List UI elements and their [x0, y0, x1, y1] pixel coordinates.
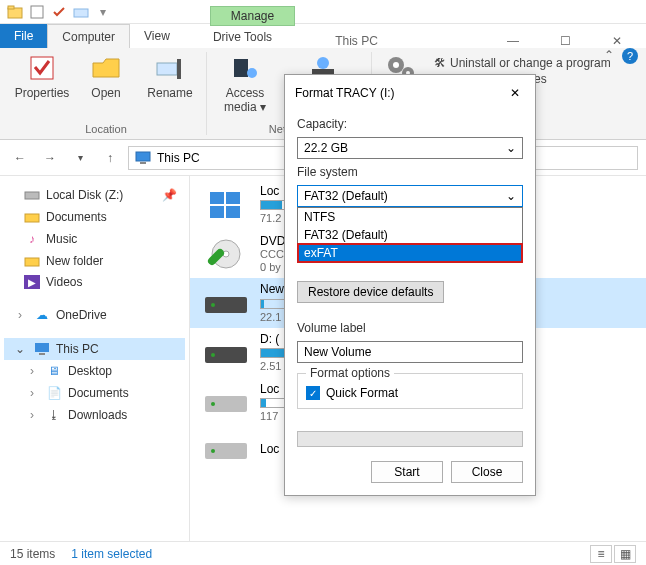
- ribbon-access-media[interactable]: Access media ▾: [215, 52, 275, 114]
- chevron-right-icon: ›: [24, 363, 40, 379]
- svg-rect-18: [25, 214, 39, 222]
- capacity-label: Capacity:: [297, 117, 523, 131]
- svg-rect-1: [8, 6, 14, 9]
- nav-history-dropdown[interactable]: ▾: [68, 146, 92, 170]
- properties-icon: [26, 52, 58, 84]
- dialog-title: Format TRACY (I:): [295, 86, 505, 100]
- sidebar-item-label: Downloads: [68, 408, 127, 422]
- sidebar-this-pc[interactable]: ⌄ This PC: [4, 338, 185, 360]
- qat-item[interactable]: [28, 3, 46, 21]
- quick-format-label: Quick Format: [326, 386, 398, 400]
- sidebar-item-documents[interactable]: Documents: [4, 206, 185, 228]
- qat-dropdown[interactable]: ▾: [94, 3, 112, 21]
- videos-icon: ▶: [24, 275, 40, 289]
- sidebar-documents-2[interactable]: › 📄 Documents: [4, 382, 185, 404]
- sidebar-item-label: Music: [46, 232, 77, 246]
- ribbon-open[interactable]: Open: [78, 52, 134, 100]
- drive-icon: [24, 187, 40, 203]
- music-icon: ♪: [24, 231, 40, 247]
- drive-icon: [202, 335, 250, 371]
- svg-rect-22: [210, 192, 224, 204]
- dvd-icon: [202, 236, 250, 272]
- format-options-legend: Format options: [306, 366, 394, 380]
- dialog-close-button[interactable]: ✕: [505, 83, 525, 103]
- ribbon-label: Rename: [147, 86, 192, 100]
- nav-forward[interactable]: →: [38, 146, 62, 170]
- check-icon: ✓: [306, 386, 320, 400]
- tab-computer[interactable]: Computer: [47, 24, 130, 48]
- format-options-group: Format options ✓ Quick Format: [297, 373, 523, 409]
- sidebar-item-label: This PC: [56, 342, 99, 356]
- drive-icon: [202, 431, 250, 467]
- restore-defaults-button[interactable]: Restore device defaults: [297, 281, 444, 303]
- help-icon[interactable]: ?: [622, 48, 638, 64]
- item-name: DVD: [260, 234, 285, 248]
- svg-rect-20: [35, 343, 49, 352]
- drive-icon: [202, 384, 250, 420]
- volume-label-label: Volume label: [297, 321, 523, 335]
- nav-up[interactable]: ↑: [98, 146, 122, 170]
- rename-icon: [154, 52, 186, 84]
- sidebar-item-label: Videos: [46, 275, 82, 289]
- chevron-right-icon: ›: [24, 407, 40, 423]
- sidebar-onedrive[interactable]: › ☁ OneDrive: [4, 304, 185, 326]
- close-button[interactable]: Close: [451, 461, 523, 483]
- item-sub2: 0 by: [260, 261, 285, 274]
- qat-folder[interactable]: [72, 3, 90, 21]
- fs-option-ntfs[interactable]: NTFS: [298, 208, 522, 226]
- qat-checked[interactable]: [50, 3, 68, 21]
- pc-icon: [34, 341, 50, 357]
- svg-point-29: [211, 303, 215, 307]
- nav-back[interactable]: ←: [8, 146, 32, 170]
- volume-label-input[interactable]: New Volume: [297, 341, 523, 363]
- item-name: Loc: [260, 442, 279, 456]
- tab-file[interactable]: File: [0, 24, 47, 48]
- svg-rect-19: [25, 258, 39, 266]
- filesystem-dropdown: NTFS FAT32 (Default) exFAT: [297, 207, 523, 263]
- ribbon-group-label: Location: [85, 123, 127, 135]
- view-large-button[interactable]: ▦: [614, 545, 636, 563]
- chevron-down-icon: ⌄: [506, 189, 516, 203]
- explorer-icon: [6, 3, 24, 21]
- sidebar-item-label: OneDrive: [56, 308, 107, 322]
- sidebar-item-local-disk[interactable]: Local Disk (Z:) 📌: [4, 184, 185, 206]
- breadcrumb[interactable]: This PC: [157, 151, 200, 165]
- view-details-button[interactable]: ≡: [590, 545, 612, 563]
- svg-rect-15: [136, 152, 150, 161]
- status-count: 15 items: [10, 547, 55, 561]
- sidebar-downloads[interactable]: › ⭳ Downloads: [4, 404, 185, 426]
- filesystem-label: File system: [297, 165, 523, 179]
- media-icon: [229, 52, 261, 84]
- sidebar-item-label: Documents: [68, 386, 129, 400]
- ribbon-rename[interactable]: Rename: [142, 52, 198, 100]
- sidebar-item-new-folder[interactable]: New folder: [4, 250, 185, 272]
- uninstall-link[interactable]: 🛠Uninstall or change a program: [434, 56, 611, 70]
- tab-drive-tools[interactable]: Drive Tools: [201, 26, 284, 48]
- svg-point-8: [247, 68, 257, 78]
- chevron-down-icon: ⌄: [506, 141, 516, 155]
- filesystem-select[interactable]: FAT32 (Default) ⌄: [297, 185, 523, 207]
- capacity-select[interactable]: 22.2 GB ⌄: [297, 137, 523, 159]
- dialog-titlebar: Format TRACY (I:) ✕: [285, 75, 535, 111]
- svg-rect-25: [226, 206, 240, 218]
- fs-option-exfat[interactable]: exFAT: [298, 244, 522, 262]
- start-button[interactable]: Start: [371, 461, 443, 483]
- svg-point-33: [211, 402, 215, 406]
- sidebar-desktop[interactable]: › 🖥 Desktop: [4, 360, 185, 382]
- svg-rect-21: [39, 353, 45, 355]
- svg-rect-2: [31, 6, 43, 18]
- svg-point-27: [223, 251, 229, 257]
- minimize-button[interactable]: —: [490, 34, 536, 48]
- sidebar-item-videos[interactable]: ▶ Videos: [4, 272, 185, 292]
- fs-option-fat32[interactable]: FAT32 (Default): [298, 226, 522, 244]
- format-dialog: Format TRACY (I:) ✕ Capacity: 22.2 GB ⌄ …: [284, 74, 536, 496]
- ribbon-tabs: File Computer View Manage Drive Tools Th…: [0, 24, 646, 48]
- maximize-button[interactable]: ☐: [542, 34, 588, 48]
- sidebar-item-music[interactable]: ♪ Music: [4, 228, 185, 250]
- tab-view[interactable]: View: [130, 24, 184, 48]
- sidebar-item-label: New folder: [46, 254, 103, 268]
- ribbon-properties[interactable]: Properties: [14, 52, 70, 100]
- svg-rect-6: [177, 59, 181, 79]
- ribbon-collapse-icon[interactable]: ⌃: [604, 48, 614, 64]
- quick-format-checkbox[interactable]: ✓ Quick Format: [306, 386, 514, 400]
